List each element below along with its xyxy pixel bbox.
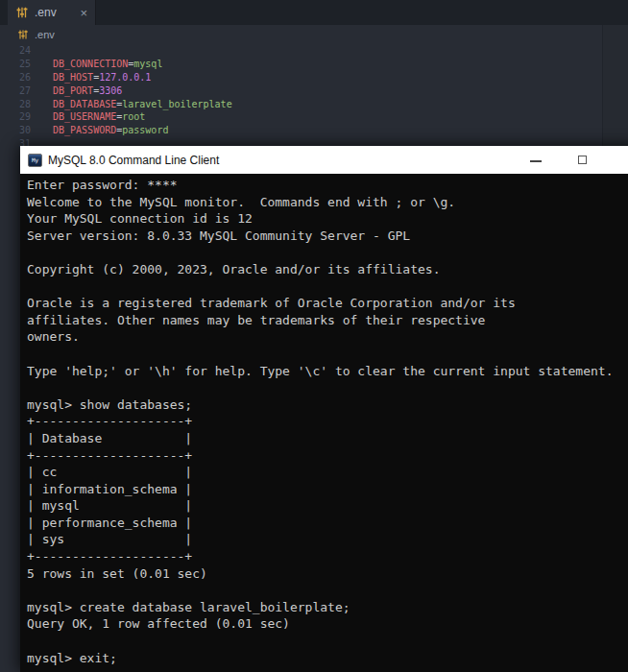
terminal-line xyxy=(27,583,628,600)
terminal-line: mysql> show databases; xyxy=(27,397,628,415)
terminal-line: owners. xyxy=(27,329,628,347)
code-text: DB_PASSWORD=password xyxy=(53,125,168,135)
terminal-line: | sys | xyxy=(27,532,628,549)
minimize-icon[interactable] xyxy=(530,160,542,162)
terminal-line: Your MySQL connection id is 12 xyxy=(27,211,628,228)
code-line: 29DB_USERNAME=root xyxy=(0,110,602,124)
line-number: 24 xyxy=(0,45,31,56)
code-text: DB_HOST=127.0.0.1 xyxy=(53,72,151,83)
code-line: 26DB_HOST=127.0.0.1 xyxy=(0,71,602,84)
code-text: DB_CONNECTION=mysql xyxy=(53,59,162,69)
terminal-output[interactable]: Enter password: ****Welcome to the MySQL… xyxy=(20,174,628,672)
code-text: DB_USERNAME=root xyxy=(53,111,145,122)
breadcrumb-env-icon xyxy=(17,29,29,40)
line-number: 25 xyxy=(0,59,31,69)
line-number: 29 xyxy=(0,111,31,122)
terminal-line: | mysql | xyxy=(27,498,628,516)
code-line: 30DB_PASSWORD=password xyxy=(0,124,602,137)
terminal-line: mysql> create database laravel_boilerpla… xyxy=(27,600,628,617)
tab-env[interactable]: .env × xyxy=(8,0,96,25)
mysql-titlebar[interactable]: My MySQL 8.0 Command Line Client xyxy=(20,146,628,174)
terminal-line: affiliates. Other names may be trademark… xyxy=(27,313,628,330)
terminal-line: | performance_schema | xyxy=(27,516,628,533)
tab-label: .env xyxy=(35,6,80,19)
terminal-line: Query OK, 1 row affected (0.01 sec) xyxy=(27,616,628,634)
mysql-window: My MySQL 8.0 Command Line Client Enter p… xyxy=(20,146,628,672)
code-line: 24 xyxy=(0,44,602,58)
editor-tab-bar: .env × xyxy=(0,0,628,25)
terminal-line: +--------------------+ xyxy=(27,414,628,431)
breadcrumb-label: .env xyxy=(35,29,55,40)
tab-close-icon[interactable]: × xyxy=(80,7,87,19)
terminal-line: Enter password: **** xyxy=(27,178,628,195)
terminal-line: +--------------------+ xyxy=(27,549,628,566)
terminal-line: +--------------------+ xyxy=(27,448,628,466)
line-number: 28 xyxy=(0,99,31,109)
code-line: 28DB_DATABASE=laravel_boilerplate xyxy=(0,97,602,110)
terminal-line xyxy=(27,347,628,364)
window-title: MySQL 8.0 Command Line Client xyxy=(48,154,219,167)
terminal-line: Copyright (c) 2000, 2023, Oracle and/or … xyxy=(27,262,628,279)
terminal-line: | Database | xyxy=(27,431,628,448)
terminal-line xyxy=(27,279,628,297)
terminal-line: Type 'help;' or '\h' for help. Type '\c'… xyxy=(27,364,628,381)
terminal-line: mysql> exit; xyxy=(27,651,628,668)
terminal-line xyxy=(27,245,628,262)
breadcrumb[interactable]: .env xyxy=(0,25,628,44)
terminal-line: Welcome to the MySQL monitor. Commands e… xyxy=(27,195,628,212)
line-number: 30 xyxy=(0,125,31,135)
terminal-line xyxy=(27,380,628,397)
terminal-line: Oracle is a registered trademark of Orac… xyxy=(27,296,628,313)
terminal-line: | cc | xyxy=(27,465,628,482)
maximize-icon[interactable] xyxy=(578,156,587,164)
mysql-console-icon: My xyxy=(28,154,42,167)
code-lines[interactable]: 2425DB_CONNECTION=mysql26DB_HOST=127.0.0… xyxy=(0,44,602,150)
terminal-line: Server version: 8.0.33 MySQL Community S… xyxy=(27,228,628,246)
code-line: 27DB_PORT=3306 xyxy=(0,84,602,97)
line-number: 27 xyxy=(0,85,31,96)
code-line: 25DB_CONNECTION=mysql xyxy=(0,58,602,71)
terminal-line: 5 rows in set (0.01 sec) xyxy=(27,566,628,584)
terminal-line: | information_schema | xyxy=(27,482,628,499)
code-text: DB_PORT=3306 xyxy=(53,85,122,96)
env-sliders-icon xyxy=(15,6,29,19)
line-number: 26 xyxy=(0,72,31,83)
terminal-line xyxy=(27,634,628,651)
code-text: DB_DATABASE=laravel_boilerplate xyxy=(53,99,232,109)
